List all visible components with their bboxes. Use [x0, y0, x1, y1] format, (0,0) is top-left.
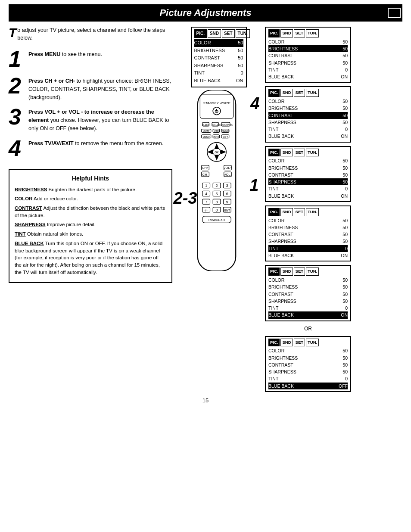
svg-text:ENT: ENT [224, 208, 230, 212]
svg-text:BOOKMARK: BOOKMARK [219, 123, 233, 126]
main-row-contrast: CONTRAST50 [194, 54, 243, 62]
main-row-tint: TINT0 [194, 69, 243, 77]
tab-tun: TUN. [236, 29, 250, 38]
main-screen-tabs: PIC. SND SET TUN. [194, 29, 243, 38]
step-23-overlay: 2-3 [174, 189, 197, 208]
side-screen-4: PIC. SND SET TUN. COLOR50 BRIGHTNESS50 C… [265, 205, 351, 261]
right-column: PIC. SND SET TUN. COLOR50 BRIGHTNESS50 C… [265, 27, 351, 392]
svg-text:CH+: CH+ [202, 166, 209, 170]
svg-marker-27 [220, 149, 226, 154]
page-header: Picture Adjustments [9, 4, 402, 22]
left-column: T o adjust your TV picture, select a cha… [9, 27, 172, 392]
page-number: 15 [0, 397, 411, 409]
svg-text:6: 6 [226, 192, 228, 196]
hint-contrast: CONTRAST Adjust the distinction between … [15, 205, 166, 219]
svg-text:CH-: CH- [202, 173, 208, 177]
screen4-tabs: PIC. SND SET TUN. [268, 208, 348, 216]
tab-pic-active: PIC. [194, 29, 207, 38]
svg-text:0: 0 [215, 208, 218, 212]
svg-text:OK: OK [215, 151, 219, 154]
step-4-text: Press TV/AV/EXIT to remove the menu from… [28, 137, 163, 148]
svg-text:VOL-: VOL- [224, 173, 231, 177]
svg-text:2: 2 [215, 184, 218, 188]
step-3: 3 Press VOL + or VOL - to increase or de… [9, 106, 172, 132]
main-row-brightness: BRIGHTNESS50 [194, 47, 243, 55]
svg-text:EXIT: EXIT [222, 135, 228, 138]
side-screen-2: PIC. SND SET TUN. COLOR50 BRIGHTNESS50 C… [265, 86, 351, 142]
intro-text: T o adjust your TV picture, select a cha… [9, 27, 172, 42]
hint-sharpness-text: Improve picture detail. [47, 222, 96, 227]
side-screen-3: PIC. SND SET TUN. COLOR50 BRIGHTNESS50 C… [265, 146, 351, 202]
tab-snd: SND [208, 29, 221, 38]
svg-text:7: 7 [205, 200, 207, 204]
svg-text:VOL+: VOL+ [223, 166, 232, 170]
svg-text:MENU: MENU [202, 135, 209, 138]
svg-text:TIMER: TIMER [221, 130, 229, 132]
hint-tint-label: TINT [15, 231, 26, 236]
svg-marker-26 [207, 149, 212, 154]
hint-brightness-label: BRIGHTNESS [15, 187, 47, 192]
center-column: PIC. SND SET TUN. COLOR50 BRIGHTNESS50 C… [177, 27, 261, 392]
step-2: 2 Press CH + or CH- to highlight your ch… [9, 75, 172, 101]
helpful-hints-title: Helpful Hints [15, 174, 166, 183]
hint-tint-text: Obtain natural skin tones. [27, 231, 83, 236]
side-screen-6: PIC. SND SET TUN. COLOR50 BRIGHTNESS50 C… [265, 336, 351, 392]
svg-text:SLEEP: SLEEP [202, 123, 209, 126]
screen5-tabs: PIC. SND SET TUN. [268, 268, 348, 276]
step-3-number: 3 [9, 106, 25, 128]
svg-text:STANDBY WHITE: STANDBY WHITE [203, 101, 230, 105]
svg-text:TV/AV/EXIT: TV/AV/EXIT [208, 218, 225, 222]
hint-color: COLOR Add or reduce color. [15, 195, 166, 202]
svg-text:4: 4 [205, 192, 207, 196]
step-4: 4 Press TV/AV/EXIT to remove the menu fr… [9, 137, 172, 159]
svg-text:⏻: ⏻ [215, 109, 218, 113]
screen1-tabs: PIC. SND SET TUN. [268, 29, 348, 37]
hint-sharpness: SHARPNESS Improve picture detail. [15, 221, 166, 228]
step-1-number: 1 [9, 48, 25, 70]
hint-brightness: BRIGHTNESS Brighten the darkest parts of… [15, 186, 166, 193]
svg-text:5: 5 [215, 192, 218, 196]
side-screen-5: PIC. SND SET TUN. COLOR50 BRIGHTNESS50 C… [265, 265, 351, 321]
hint-blueback-label: BLUE BACK [15, 241, 44, 246]
tab-set: SET [222, 29, 234, 38]
step-4-overlay: 4 [250, 94, 259, 113]
step-4-number: 4 [9, 137, 25, 159]
intro-body: o adjust your TV picture, select a chann… [17, 27, 165, 41]
hint-sharpness-label: SHARPNESS [15, 222, 46, 227]
main-row-sharpness: SHARPNESS50 [194, 62, 243, 70]
side-screen-1: PIC. SND SET TUN. COLOR50 BRIGHTNESS50 C… [265, 27, 351, 83]
screen2-tabs: PIC. SND SET TUN. [268, 89, 348, 97]
hint-brightness-text: Brighten the darkest parts of the pictur… [49, 187, 137, 192]
page-title: Picture Adjustments [159, 7, 251, 18]
hint-contrast-label: CONTRAST [15, 205, 42, 211]
remote-svg: STANDBY WHITE ⏻ SLEEP CALL BOOKMARK JUMP… [182, 90, 251, 271]
step-1: 1 Press MENU to see the menu. [9, 48, 172, 70]
hint-tint: TINT Obtain natural skin tones. [15, 230, 166, 238]
svg-text:9: 9 [226, 200, 228, 204]
remote-control: 4 1 2-3 STANDBY WHITE ⏻ SLEEP CALL BOOKM… [182, 90, 255, 272]
svg-rect-0 [197, 90, 235, 271]
svg-text:MTR: MTR [213, 130, 218, 132]
steps-area: 1 Press MENU to see the menu. 2 Press CH… [9, 48, 172, 159]
or-label: OR [265, 326, 351, 332]
svg-text:CALL: CALL [212, 123, 218, 126]
svg-text:-/--: -/-- [204, 208, 208, 212]
header-box-icon [388, 8, 401, 18]
main-row-blueback: BLUE BACKON [194, 77, 243, 85]
svg-text:3: 3 [226, 184, 228, 188]
step-1-overlay: 1 [249, 176, 258, 195]
main-tv-screen: PIC. SND SET TUN. COLOR50 BRIGHTNESS50 C… [191, 27, 247, 87]
svg-text:1: 1 [205, 184, 207, 188]
svg-text:JUMP: JUMP [203, 130, 209, 132]
intro-t-cap: T [9, 27, 16, 38]
svg-text:INFO: INFO [213, 135, 219, 138]
screen3-tabs: PIC. SND SET TUN. [268, 149, 348, 157]
step-3-text: Press VOL + or VOL - to increase or decr… [28, 106, 172, 132]
hint-color-text: Add or reduce color. [34, 196, 78, 201]
screen6-tabs: PIC. SND SET TUN. [268, 339, 348, 347]
svg-text:8: 8 [215, 200, 218, 204]
step-2-number: 2 [9, 75, 25, 97]
hint-blueback: BLUE BACK Turn this option ON or OFF. If… [15, 240, 166, 276]
main-row-color: COLOR50 [194, 39, 243, 47]
hint-color-label: COLOR [15, 196, 33, 201]
